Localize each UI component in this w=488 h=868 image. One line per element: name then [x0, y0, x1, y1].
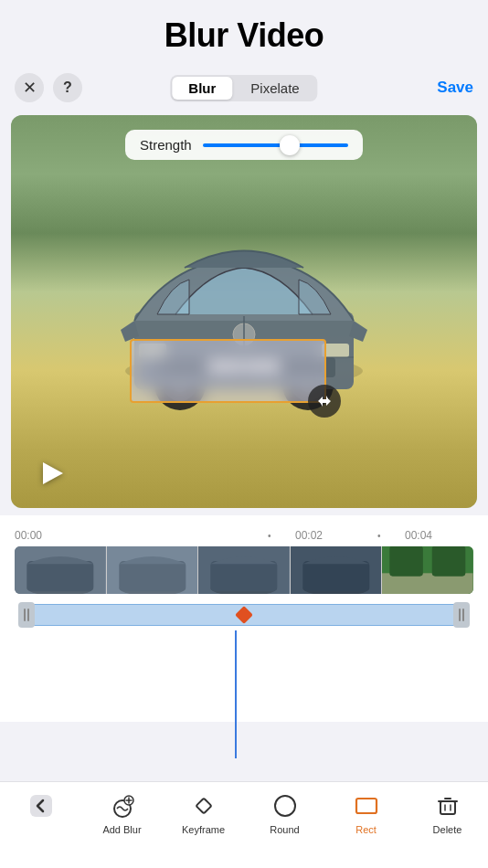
save-button[interactable]: Save: [437, 79, 473, 97]
strength-bar: Strength: [125, 130, 363, 160]
time-dot-2: •: [377, 531, 381, 541]
track-handle-right[interactable]: [453, 602, 470, 628]
timeline-section: 00:00 • 00:02 • 00:04: [0, 515, 488, 722]
thumbnail-2: [107, 546, 198, 594]
add-blur-icon: [108, 791, 137, 820]
keyframe-icon: [189, 791, 218, 820]
handle-lines-right: [459, 609, 464, 621]
pixelate-tab[interactable]: Pixelate: [234, 77, 315, 100]
thumbnails-row: [15, 546, 473, 594]
svg-point-38: [275, 796, 295, 816]
svg-rect-39: [356, 799, 377, 813]
delete-item[interactable]: Delete: [420, 791, 475, 835]
svg-rect-18: [27, 561, 93, 591]
svg-rect-40: [440, 801, 455, 814]
svg-rect-32: [30, 795, 52, 817]
keyframe-label: Keyframe: [182, 824, 225, 835]
strength-label: Strength: [140, 137, 192, 153]
close-icon: ✕: [23, 78, 37, 98]
svg-rect-31: [432, 546, 466, 577]
rect-icon: [352, 791, 381, 820]
keyframe-item[interactable]: Keyframe: [176, 791, 231, 835]
toolbar: ✕ ? Blur Pixelate Save: [0, 68, 488, 108]
video-container: Strength: [11, 115, 477, 508]
round-item[interactable]: Round: [258, 791, 313, 835]
delete-icon: [433, 791, 462, 820]
time-ruler: 00:00 • 00:02 • 00:04: [0, 524, 488, 546]
thumbnail-3: [198, 546, 290, 594]
help-button[interactable]: ?: [53, 73, 82, 102]
handle-lines-left: [24, 609, 29, 621]
handle-line: [459, 609, 461, 621]
handle-line: [462, 609, 464, 621]
keyframe-track: [15, 599, 473, 630]
resize-handle[interactable]: [308, 385, 341, 418]
toolbar-left: ✕ ?: [15, 73, 82, 102]
timeline-area: 00:00 • 00:02 • 00:04: [0, 515, 488, 722]
thumbnail-5: [382, 546, 473, 594]
svg-rect-30: [390, 546, 424, 577]
thumbnail-4: [291, 546, 382, 594]
time-dot-1: •: [268, 531, 271, 541]
time-label-2: 00:04: [405, 529, 432, 542]
handle-line: [27, 609, 29, 621]
add-blur-item[interactable]: Add Blur: [95, 791, 150, 835]
playhead-line: [235, 630, 237, 758]
play-icon: [43, 462, 63, 484]
rect-label: Rect: [355, 824, 377, 835]
playhead-area: [0, 630, 488, 722]
time-label-0: 00:00: [15, 529, 42, 542]
car-image: [98, 170, 390, 462]
handle-line: [24, 609, 26, 621]
thumbnail-1: [15, 546, 106, 594]
close-button[interactable]: ✕: [15, 73, 44, 102]
back-button[interactable]: [14, 791, 69, 824]
strength-thumb[interactable]: [280, 135, 300, 155]
help-icon: ?: [63, 79, 72, 96]
blur-rectangle[interactable]: [130, 339, 326, 403]
round-icon: [271, 791, 300, 820]
svg-rect-29: [382, 573, 473, 594]
page-title: Blur Video: [0, 0, 488, 68]
delete-label: Delete: [433, 824, 462, 835]
round-label: Round: [270, 824, 299, 835]
bottom-bar: Add Blur Keyframe Round Rect: [0, 781, 488, 868]
svg-rect-27: [302, 561, 369, 591]
strength-slider[interactable]: [203, 143, 348, 147]
blur-tab[interactable]: Blur: [172, 77, 232, 100]
time-label-1: 00:02: [295, 529, 323, 542]
svg-rect-24: [210, 561, 277, 591]
svg-rect-21: [119, 561, 186, 591]
play-button[interactable]: [37, 457, 69, 490]
segment-control: Blur Pixelate: [170, 75, 317, 101]
svg-rect-37: [196, 799, 211, 814]
rect-item[interactable]: Rect: [339, 791, 394, 835]
back-icon: [27, 791, 56, 820]
track-handle-left[interactable]: [18, 602, 35, 628]
add-blur-label: Add Blur: [102, 824, 141, 835]
